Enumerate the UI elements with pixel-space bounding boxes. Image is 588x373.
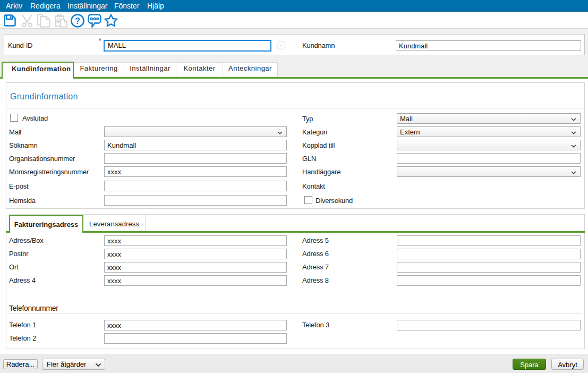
svg-text:?: ?	[75, 16, 80, 26]
